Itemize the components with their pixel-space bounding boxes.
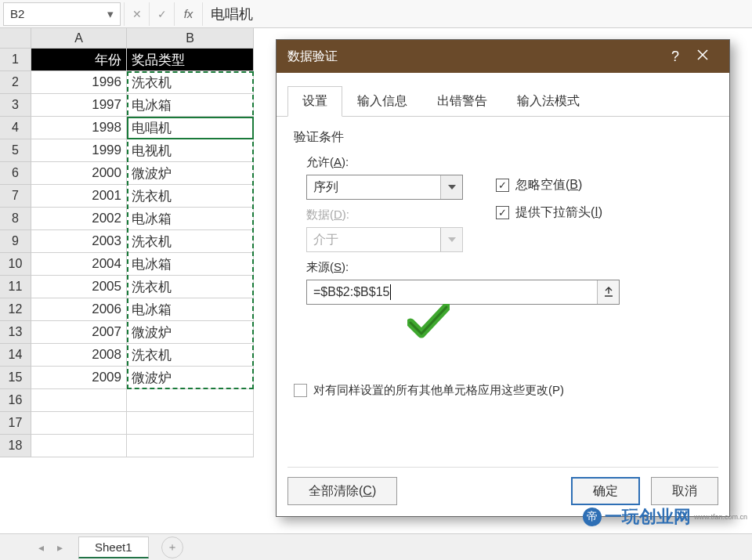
cell[interactable]: 2000 [31,162,127,185]
close-icon[interactable] [687,49,718,63]
checkbox-empty-icon [294,384,307,397]
cell[interactable]: 2009 [31,367,127,389]
ignore-blank-checkbox[interactable]: ✓ 忽略空值(B) [496,177,602,193]
cell[interactable] [127,412,254,435]
row-header[interactable]: 14 [0,344,31,367]
ok-button[interactable]: 确定 [571,477,640,505]
help-icon[interactable]: ? [663,49,687,65]
allow-value: 序列 [313,179,338,196]
row-header[interactable]: 17 [0,412,31,435]
apply-all-label: 对有同样设置的所有其他单元格应用这些更改(P) [313,383,564,398]
cell[interactable]: 1997 [31,94,127,117]
cell[interactable]: 洗衣机 [127,185,254,208]
validation-criteria-label: 验证条件 [294,129,712,146]
row-header[interactable]: 5 [0,139,31,162]
cell[interactable]: 1996 [31,71,127,94]
row-header[interactable]: 4 [0,117,31,139]
row-header[interactable]: 6 [0,162,31,185]
cell[interactable]: 电视机 [127,139,254,162]
clear-all-button[interactable]: 全部清除(C) [287,477,397,505]
cell[interactable]: 2008 [31,344,127,367]
cell[interactable] [31,389,127,412]
cell[interactable]: 2001 [31,185,127,208]
cell[interactable]: 2004 [31,253,127,276]
next-sheet-icon[interactable]: ▸ [50,538,69,557]
cell[interactable]: 微波炉 [127,162,254,185]
col-header-B[interactable]: B [127,28,254,49]
cell[interactable]: 2007 [31,321,127,344]
row-header[interactable]: 2 [0,71,31,94]
cells-area: 年份奖品类型1996洗衣机1997电冰箱1998电唱机1999电视机2000微波… [31,49,254,457]
cell[interactable]: 2003 [31,230,127,253]
dialog-tabs: 设置 输入信息 出错警告 输入法模式 [277,73,729,117]
cell[interactable] [31,412,127,435]
cell[interactable]: 2005 [31,276,127,298]
row-header[interactable]: 11 [0,276,31,298]
apply-all-checkbox[interactable]: 对有同样设置的所有其他单元格应用这些更改(P) [294,383,712,398]
data-combo: 介于 [306,227,463,252]
row-header[interactable]: 16 [0,389,31,412]
row-header[interactable]: 12 [0,298,31,321]
cell[interactable]: 微波炉 [127,321,254,344]
cell[interactable]: 年份 [31,49,127,71]
cell[interactable] [127,435,254,457]
sheet-tab[interactable]: Sheet1 [78,537,149,558]
row-header[interactable]: 15 [0,367,31,389]
cell[interactable]: 1998 [31,117,127,139]
cell[interactable]: 洗衣机 [127,71,254,94]
cell[interactable]: 奖品类型 [127,49,254,71]
row-header[interactable]: 13 [0,321,31,344]
chevron-down-icon[interactable] [440,175,462,199]
col-header-A[interactable]: A [31,28,127,49]
cell[interactable]: 电冰箱 [127,298,254,321]
name-box[interactable]: B2 ▾ [3,2,121,26]
row-header[interactable]: 10 [0,253,31,276]
formula-bar: B2 ▾ ✕ ✓ fx 电唱机 [0,0,752,28]
tab-ime-mode[interactable]: 输入法模式 [502,86,595,117]
formula-text: 电唱机 [211,5,253,23]
row-header[interactable]: 3 [0,94,31,117]
source-input[interactable]: =$B$2:$B$15 [306,280,620,305]
cancel-button[interactable]: 取消 [651,477,718,505]
row-header[interactable]: 1 [0,49,31,71]
cell[interactable]: 电冰箱 [127,253,254,276]
row-header[interactable]: 18 [0,435,31,457]
cell[interactable]: 电唱机 [127,117,254,139]
select-all-corner[interactable] [0,28,31,49]
tab-input-message[interactable]: 输入信息 [342,86,422,117]
fx-icon[interactable]: fx [174,2,202,26]
dialog-titlebar[interactable]: 数据验证 ? [277,40,729,73]
cell[interactable] [31,435,127,457]
add-sheet-icon[interactable]: ＋ [161,537,183,558]
row-header[interactable]: 9 [0,230,31,253]
cell[interactable]: 1999 [31,139,127,162]
tab-error-alert[interactable]: 出错警告 [422,86,502,117]
row-headers: 123456789101112131415161718 [0,49,31,457]
row-header[interactable]: 7 [0,185,31,208]
name-box-value: B2 [10,7,24,20]
cell[interactable] [127,389,254,412]
cell[interactable]: 2002 [31,208,127,230]
prev-sheet-icon[interactable]: ◂ [31,538,50,557]
data-validation-dialog: 数据验证 ? 设置 输入信息 出错警告 输入法模式 验证条件 允许(A): 序列… [276,39,730,517]
allow-combo[interactable]: 序列 [306,175,463,200]
accept-formula-icon: ✓ [149,2,174,26]
source-value: =$B$2:$B$15 [313,285,389,299]
sheet-tabs-bar: ◂ ▸ Sheet1 ＋ [0,533,752,560]
row-header[interactable]: 8 [0,208,31,230]
cell[interactable]: 2006 [31,298,127,321]
text-cursor [390,284,391,300]
cancel-formula-icon: ✕ [124,2,149,26]
cell[interactable]: 微波炉 [127,367,254,389]
in-cell-dropdown-checkbox[interactable]: ✓ 提供下拉箭头(I) [496,204,602,221]
cell[interactable]: 洗衣机 [127,276,254,298]
formula-input[interactable]: 电唱机 [202,2,752,26]
cell[interactable]: 电冰箱 [127,208,254,230]
cell[interactable]: 洗衣机 [127,344,254,367]
cell[interactable]: 洗衣机 [127,230,254,253]
column-headers: A B [31,28,282,49]
tab-settings[interactable]: 设置 [287,86,342,117]
cell[interactable]: 电冰箱 [127,94,254,117]
range-selector-icon[interactable] [597,280,619,304]
chevron-down-icon[interactable]: ▾ [107,7,114,21]
